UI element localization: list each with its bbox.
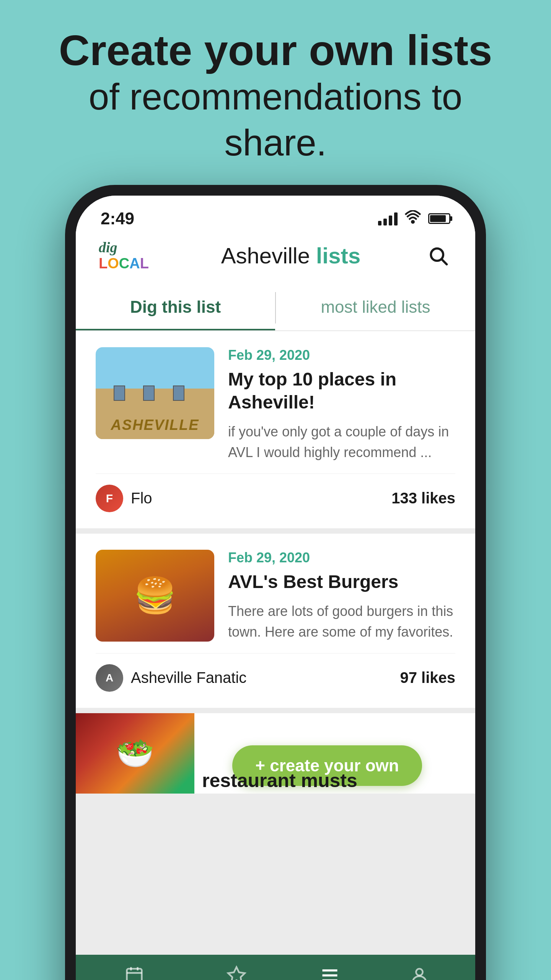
list-card-3-partial[interactable]: 🥗 + create your own restaurant musts [76, 713, 475, 794]
card-2-footer: A Asheville Fanatic 97 likes [96, 653, 455, 692]
avatar-fanatic: A [96, 664, 123, 692]
explore-icon [227, 965, 246, 980]
svg-marker-7 [228, 967, 245, 980]
card-2-image: 🍔 [96, 550, 214, 642]
page-header: Create your own lists of recommendations… [0, 0, 551, 185]
svg-point-0 [412, 221, 414, 223]
app-logo: dig L O C A L [99, 240, 158, 272]
nav-item-profile[interactable]: profile [403, 965, 436, 980]
card-2-date: Feb 29, 2020 [228, 550, 455, 566]
svg-rect-3 [127, 969, 142, 980]
card-1-footer: F Flo 133 likes [96, 474, 455, 512]
status-icons [378, 210, 450, 227]
card-1-info: Feb 29, 2020 My top 10 places in Ashevil… [228, 347, 455, 463]
search-button[interactable] [424, 241, 452, 270]
card-2-title: AVL's Best Burgers [228, 570, 455, 593]
header-title-colored: lists [316, 243, 360, 268]
bottom-nav: scoops explore lists [76, 955, 475, 980]
header-title-normal: Asheville [221, 243, 316, 268]
card-1-image: ASHEVILLE [96, 347, 214, 439]
card-1-date: Feb 29, 2020 [228, 347, 455, 363]
card-2-author: A Asheville Fanatic [96, 664, 246, 692]
status-bar: 2:49 [76, 196, 475, 234]
logo-local: L O C A L [99, 256, 158, 272]
nav-item-lists[interactable]: lists [319, 965, 340, 980]
list-card-2[interactable]: 🍔 Feb 29, 2020 AVL's Best Burgers There … [76, 534, 475, 708]
phone-shell: 2:49 [65, 185, 486, 980]
tab-dig-this-list[interactable]: Dig this list [76, 285, 275, 330]
phone-inner: 2:49 [76, 196, 475, 980]
tab-most-liked[interactable]: most liked lists [276, 285, 475, 330]
card-1-title: My top 10 places in Asheville! [228, 368, 455, 414]
lists-icon [320, 965, 340, 980]
logo-dig: dig [99, 240, 158, 256]
headline-bold: Create your own lists [38, 27, 513, 74]
card-2-info: Feb 29, 2020 AVL's Best Burgers There ar… [228, 550, 455, 642]
search-icon [427, 245, 448, 266]
signal-icon [378, 212, 398, 225]
wifi-icon [404, 210, 421, 227]
calendar-icon [124, 965, 144, 980]
header-title: Asheville lists [221, 243, 360, 268]
avatar-flo: F [96, 485, 123, 512]
card-2-excerpt: There are lots of good burgers in this t… [228, 601, 455, 642]
card-3-title: restaurant musts [202, 770, 357, 791]
svg-point-11 [416, 969, 423, 975]
app-header: dig L O C A L Asheville lists [76, 234, 475, 285]
card-1-author: F Flo [96, 485, 152, 512]
card-1-likes: 133 likes [391, 490, 455, 507]
page-background: Create your own lists of recommendations… [0, 0, 551, 980]
list-card-1[interactable]: ASHEVILLE Feb 29, 2020 My top 10 places … [76, 331, 475, 528]
author-name-2: Asheville Fanatic [131, 669, 246, 686]
card-3-image: 🥗 [76, 713, 194, 794]
content-list: ASHEVILLE Feb 29, 2020 My top 10 places … [76, 331, 475, 955]
status-time: 2:49 [101, 209, 134, 228]
battery-icon [428, 213, 450, 224]
svg-line-2 [442, 260, 447, 265]
nav-item-explore[interactable]: explore [216, 965, 256, 980]
headline-sub: of recommendations to share. [38, 74, 513, 166]
profile-icon [409, 965, 429, 980]
tabs-bar: Dig this list most liked lists [76, 285, 475, 331]
nav-item-scoops[interactable]: scoops [115, 965, 153, 980]
author-name-1: Flo [131, 490, 152, 507]
card-2-likes: 97 likes [400, 669, 455, 686]
card-1-excerpt: if you've only got a couple of days in A… [228, 421, 455, 463]
